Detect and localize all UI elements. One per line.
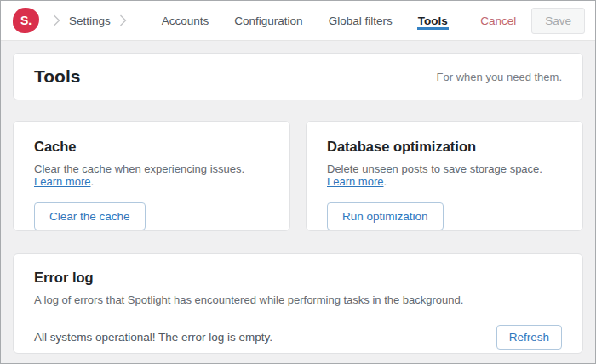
breadcrumb-settings-link[interactable]: Settings [69,14,111,27]
page-header-card: Tools For when you need them. [13,53,583,100]
refresh-button[interactable]: Refresh [496,325,562,350]
chevron-right-icon [111,14,135,27]
tab-tools[interactable]: Tools [417,12,449,30]
database-description-text: Delete unseen posts to save storage spac… [327,162,542,175]
top-bar: S. Settings Accounts Configuration Globa… [1,1,595,41]
cancel-button[interactable]: Cancel [480,14,516,27]
error-log-title: Error log [34,270,562,286]
spotlight-logo: S. [13,8,39,33]
breadcrumb: S. Settings Accounts Configuration Globa… [11,1,461,40]
database-card-title: Database optimization [327,139,562,155]
tab-configuration[interactable]: Configuration [233,12,303,30]
cache-card-title: Cache [34,139,269,155]
error-log-description: A log of errors that Spotlight has encou… [34,293,562,306]
cache-card: Cache Clear the cache when experiencing … [13,121,290,231]
cache-learn-more-link[interactable]: Learn more [34,175,90,188]
tab-global-filters[interactable]: Global filters [328,12,393,30]
run-optimization-button[interactable]: Run optimization [327,202,444,230]
chevron-right-icon [44,14,69,27]
database-optimization-card: Database optimization Delete unseen post… [306,121,583,231]
page-title: Tools [34,66,80,87]
save-button[interactable]: Save [531,8,585,34]
tab-accounts[interactable]: Accounts [161,12,210,30]
settings-tabs: Accounts Configuration Global filters To… [149,12,461,30]
database-description-suffix: . [383,175,387,188]
topbar-actions: Cancel Save [480,1,585,40]
error-log-status-row: All systems operational! The error log i… [34,325,562,350]
error-log-card: Error log A log of errors that Spotlight… [13,253,583,354]
tool-cards-row: Cache Clear the cache when experiencing … [13,121,583,231]
spotlight-logo-text: S. [20,14,32,27]
cache-card-description: Clear the cache when experiencing issues… [34,162,269,188]
page-tagline: For when you need them. [437,71,562,83]
clear-cache-button[interactable]: Clear the cache [34,202,146,230]
database-card-description: Delete unseen posts to save storage spac… [327,162,562,188]
cache-description-suffix: . [90,175,94,188]
cache-description-text: Clear the cache when experiencing issues… [34,162,244,175]
error-log-status-text: All systems operational! The error log i… [34,331,272,344]
plugin-window: S. Settings Accounts Configuration Globa… [0,0,596,364]
tools-page: Tools For when you need them. Cache Clea… [1,41,595,364]
database-learn-more-link[interactable]: Learn more [327,175,383,188]
